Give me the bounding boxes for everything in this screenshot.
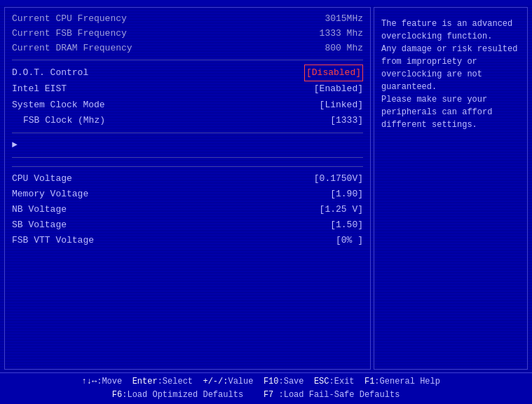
divider1 <box>12 60 363 60</box>
divider2 <box>12 133 363 133</box>
info-section: Current CPU Frequency3015MHzCurrent FSB … <box>12 12 363 55</box>
settings-section: D.O.T. Control[Disabled]Intel EIST[Enabl… <box>12 65 363 128</box>
submenu-row[interactable]: ► <box>12 137 363 153</box>
footer-desc: :Load Fail-Safe Defaults <box>273 390 420 400</box>
footer-key: Enter <box>132 377 158 386</box>
footer-key: +/-/: <box>203 377 228 386</box>
info-value: 800 Mhz <box>325 41 363 56</box>
setting-label: System Clock Mode <box>12 97 105 113</box>
footer-desc: :General Help <box>374 377 450 386</box>
submenu-label: ► <box>12 137 20 153</box>
setting-value: [Linked] <box>320 97 363 113</box>
voltage-row[interactable]: Memory Voltage[1.90] <box>12 187 363 202</box>
voltage-row[interactable]: SB Voltage[1.50] <box>12 217 363 233</box>
setting-row[interactable]: FSB Clock (Mhz)[1333] <box>12 113 363 128</box>
voltage-row[interactable]: CPU Voltage[0.1750V] <box>12 171 363 187</box>
info-label: Current FSB Frequency <box>12 27 127 41</box>
arrow-icon: ► <box>12 137 18 153</box>
footer-line1: ↑↓↔:Move Enter:Select +/-/:Value F10:Sav… <box>7 375 525 389</box>
footer: ↑↓↔:Move Enter:Select +/-/:Value F10:Sav… <box>0 372 532 404</box>
info-row: Current CPU Frequency3015MHz <box>12 12 363 27</box>
footer-key: F10 <box>264 377 279 386</box>
footer-desc: :Move <box>97 377 132 386</box>
footer-key: F6 <box>112 390 122 400</box>
voltage-value: [1.90] <box>330 187 363 202</box>
right-panel: The feature is an advanced overclocking … <box>374 7 528 370</box>
voltage-label: SB Voltage <box>12 217 67 233</box>
footer-key: ESC <box>314 377 329 386</box>
voltage-label: NB Voltage <box>12 202 67 217</box>
setting-row[interactable]: D.O.T. Control[Disabled] <box>12 65 363 81</box>
info-label: Current DRAM Frequency <box>12 41 132 56</box>
bios-screen: Current CPU Frequency3015MHzCurrent FSB … <box>0 0 532 404</box>
info-row: Current DRAM Frequency800 Mhz <box>12 41 363 56</box>
info-label: Current CPU Frequency <box>12 12 127 27</box>
setting-label: Intel EIST <box>12 81 67 97</box>
footer-desc: Value <box>228 377 263 386</box>
voltage-label: CPU Voltage <box>12 171 72 187</box>
voltage-value: [0.1750V] <box>314 171 363 187</box>
setting-label: D.O.T. Control <box>12 65 88 81</box>
voltage-label: FSB VTT Voltage <box>12 233 94 248</box>
setting-value: [Disabled] <box>304 65 363 81</box>
footer-key: F1 <box>364 377 374 386</box>
footer-desc: :Select <box>158 377 203 386</box>
setting-label: FSB Clock (Mhz) <box>12 113 105 128</box>
voltage-label: Memory Voltage <box>12 187 88 202</box>
help-text: The feature is an advanced overclocking … <box>381 18 520 131</box>
setting-value: [Enabled] <box>314 81 363 97</box>
divider3 <box>12 157 363 158</box>
voltage-value: [0% ] <box>336 233 363 248</box>
voltage-row[interactable]: NB Voltage[1.25 V] <box>12 202 363 217</box>
footer-key: ↑↓↔ <box>82 377 97 386</box>
info-row: Current FSB Frequency1333 Mhz <box>12 27 363 41</box>
divider4 <box>12 166 363 167</box>
voltage-value: [1.25 V] <box>320 202 363 217</box>
info-value: 1333 Mhz <box>320 27 363 41</box>
info-value: 3015MHz <box>325 12 363 27</box>
main-content: Current CPU Frequency3015MHzCurrent FSB … <box>0 4 532 372</box>
setting-row[interactable]: System Clock Mode[Linked] <box>12 97 363 113</box>
left-panel: Current CPU Frequency3015MHzCurrent FSB … <box>4 7 371 370</box>
setting-row[interactable]: Intel EIST[Enabled] <box>12 81 363 97</box>
footer-line2: F6:Load Optimized Defaults F7 :Load Fail… <box>7 389 525 402</box>
setting-value: [1333] <box>330 113 363 128</box>
voltage-section: CPU Voltage[0.1750V]Memory Voltage[1.90]… <box>12 171 363 248</box>
footer-desc: :Load Optimized Defaults <box>122 390 264 400</box>
footer-desc: :Save <box>279 377 314 386</box>
footer-desc: :Exit <box>329 377 364 386</box>
voltage-value: [1.50] <box>330 217 363 233</box>
voltage-row[interactable]: FSB VTT Voltage[0% ] <box>12 233 363 248</box>
footer-key: F7 <box>264 390 273 400</box>
